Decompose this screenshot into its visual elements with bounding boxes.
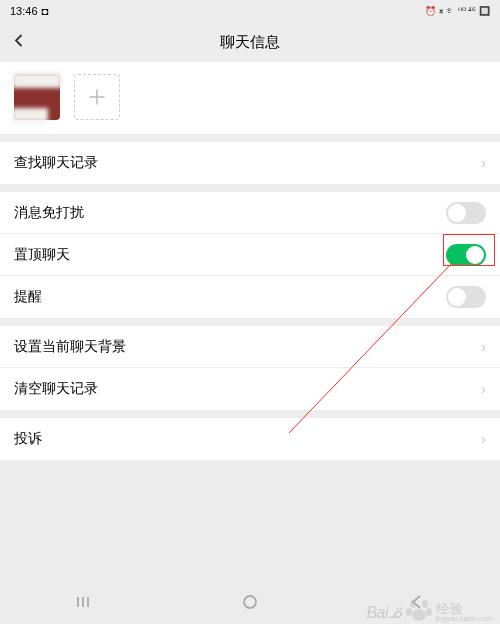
toggle-mute[interactable] — [446, 202, 486, 224]
chevron-icon: › — [481, 381, 486, 397]
svg-point-3 — [422, 600, 428, 608]
back-icon[interactable] — [12, 32, 26, 53]
watermark-cn: 经验 — [436, 602, 492, 615]
label-sticky: 置顶聊天 — [14, 246, 70, 264]
label-search-history: 查找聊天记录 — [14, 154, 98, 172]
chevron-icon: › — [481, 339, 486, 355]
row-background[interactable]: 设置当前聊天背景 › — [0, 326, 500, 368]
row-clear[interactable]: 清空聊天记录 › — [0, 368, 500, 410]
label-complaint: 投诉 — [14, 430, 42, 448]
watermark-en: jingyan.baidu.com — [436, 615, 492, 622]
nav-recent-icon[interactable] — [74, 593, 92, 616]
label-mute: 消息免打扰 — [14, 204, 84, 222]
chevron-icon: › — [481, 431, 486, 447]
svg-point-5 — [426, 608, 432, 616]
toggle-remind[interactable] — [446, 286, 486, 308]
label-remind: 提醒 — [14, 288, 42, 306]
svg-point-4 — [406, 608, 412, 616]
header: 聊天信息 — [0, 22, 500, 62]
row-search-history[interactable]: 查找聊天记录 › — [0, 142, 500, 184]
member-area — [0, 62, 500, 134]
page-title: 聊天信息 — [220, 33, 280, 52]
contact-avatar[interactable] — [14, 74, 60, 120]
row-sticky: 置顶聊天 — [0, 234, 500, 276]
label-background: 设置当前聊天背景 — [14, 338, 126, 356]
row-complaint[interactable]: 投诉 › — [0, 418, 500, 460]
row-mute: 消息免打扰 — [0, 192, 500, 234]
svg-point-1 — [244, 596, 256, 608]
status-time: 13:46 — [10, 5, 38, 17]
label-clear: 清空聊天记录 — [14, 380, 98, 398]
svg-point-6 — [412, 609, 426, 621]
chevron-icon: › — [481, 155, 486, 171]
paw-icon — [405, 598, 433, 622]
add-member-button[interactable] — [74, 74, 120, 120]
svg-point-2 — [410, 600, 416, 608]
status-bar: 13:46 ◘ ⏰ ⌘ ᯤ ᴴᴰ ⁴⁶ 🔲 — [0, 0, 500, 22]
nav-home-icon[interactable] — [241, 593, 259, 616]
row-remind: 提醒 — [0, 276, 500, 318]
toggle-sticky[interactable] — [446, 244, 486, 266]
status-right-icons: ⏰ ⌘ ᯤ ᴴᴰ ⁴⁶ 🔲 — [425, 6, 490, 16]
status-notif-icon: ◘ — [42, 5, 49, 17]
watermark-brand: Baiᓆ — [366, 603, 401, 622]
watermark: Baiᓆ 经验 jingyan.baidu.com — [366, 598, 492, 622]
